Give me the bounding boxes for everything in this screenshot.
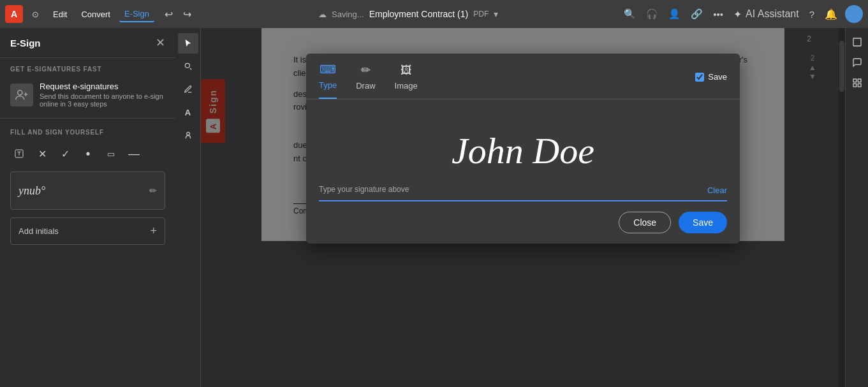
signature-box[interactable]: ynub° ✏ — [10, 172, 165, 210]
clear-btn[interactable]: Clear — [707, 186, 727, 195]
right-icon-grid[interactable] — [848, 74, 866, 92]
edit-menu[interactable]: Edit — [48, 7, 72, 22]
cloud-icon: ☁ — [318, 10, 327, 19]
cursor-tool[interactable] — [178, 33, 198, 54]
saving-status: Saving... — [332, 10, 364, 19]
signature-preview: ynub° — [18, 184, 45, 198]
modal-overlay: ⌨ Type ✏ Draw 🖼 Image Save — [201, 28, 845, 387]
convert-menu[interactable]: Convert — [76, 7, 115, 22]
svg-rect-8 — [858, 84, 861, 87]
request-text-block: Request e-signatures Send this document … — [40, 82, 165, 108]
filetype-badge: PDF — [473, 10, 489, 18]
svg-point-3 — [186, 132, 189, 135]
save-checkbox-label[interactable]: Save — [708, 72, 727, 82]
draw-icon: ✏ — [361, 63, 371, 77]
image-label: Image — [395, 81, 418, 91]
search-btn[interactable]: 🔍 — [621, 6, 638, 22]
zoom-tool[interactable] — [178, 56, 198, 77]
text-tool[interactable] — [10, 145, 28, 163]
svg-point-0 — [18, 90, 22, 94]
esign-header: E-Sign ✕ — [0, 28, 175, 58]
signature-baseline — [319, 200, 727, 201]
svg-rect-5 — [853, 79, 857, 82]
save-modal-btn[interactable]: Save — [679, 212, 727, 233]
esign-title: E-Sign — [10, 38, 41, 48]
line-tool[interactable]: — — [125, 145, 143, 163]
add-initials-icon[interactable]: + — [150, 224, 157, 238]
esign-menu[interactable]: E-Sign — [119, 6, 154, 22]
add-initials-row[interactable]: Add initials + — [10, 217, 165, 245]
request-subtitle: Send this document to anyone to e-sign o… — [40, 92, 165, 108]
edit-signature-icon[interactable]: ✏ — [149, 186, 157, 196]
request-esign-row[interactable]: Request e-signatures Send this document … — [0, 77, 175, 113]
request-title: Request e-signatures — [40, 82, 165, 91]
fill-tools-row: ✕ ✓ • ▭ — — [0, 141, 175, 166]
svg-rect-6 — [858, 79, 861, 82]
image-icon: 🖼 — [401, 64, 412, 77]
tab-type[interactable]: ⌨ Type — [319, 62, 337, 99]
ai-assistant-btn[interactable]: ✦ AI Assistant — [731, 6, 802, 23]
user-avatar[interactable] — [845, 5, 863, 23]
close-panel-btn[interactable]: ✕ — [156, 36, 165, 50]
draw-label: Draw — [356, 81, 375, 91]
text-tool-side[interactable]: A — [178, 102, 198, 122]
rect-tool[interactable]: ▭ — [102, 145, 120, 163]
close-modal-btn[interactable]: Close — [619, 212, 671, 233]
modal-tabs: ⌨ Type ✏ Draw 🖼 Image Save — [306, 54, 740, 99]
save-checkbox[interactable] — [695, 73, 704, 82]
headphones-btn[interactable]: 🎧 — [644, 6, 661, 22]
fill-sign-label: FILL AND SIGN YOURSELF — [0, 124, 175, 141]
signature-area[interactable]: John Doe Type your signature above Clear — [306, 99, 740, 201]
help-btn[interactable]: ? — [807, 6, 817, 22]
pen-tool[interactable] — [178, 79, 198, 99]
notifications-btn[interactable]: 🔔 — [822, 6, 840, 23]
type-label: Type — [319, 80, 337, 90]
helper-text: Type your signature above — [319, 185, 409, 194]
recent-btn[interactable]: ⊙ — [27, 7, 44, 22]
right-icon-1[interactable] — [848, 33, 866, 51]
doc-area: It is further acknowledged that upon ter… — [201, 28, 845, 387]
cross-tool[interactable]: ✕ — [33, 145, 51, 163]
signature-modal: ⌨ Type ✏ Draw 🖼 Image Save — [306, 54, 740, 244]
modal-actions: Close Save — [306, 201, 740, 244]
add-initials-label: Add initials — [18, 226, 59, 236]
tab-image[interactable]: 🖼 Image — [395, 64, 418, 98]
stamp-tool[interactable] — [178, 125, 198, 145]
app-logo: A — [5, 5, 23, 23]
svg-rect-4 — [853, 38, 861, 46]
account-btn[interactable]: 👤 — [666, 6, 683, 22]
divider — [0, 118, 175, 119]
more-btn[interactable]: ••• — [710, 6, 726, 22]
side-icon-bar: A — [175, 28, 201, 387]
save-checkbox-area: Save — [695, 72, 727, 89]
redo-btn[interactable]: ↪ — [179, 6, 195, 23]
toolbar: A ⊙ Edit Convert E-Sign ↩ ↪ ☁ Saving... … — [0, 0, 868, 28]
right-panel — [845, 28, 868, 387]
tab-draw[interactable]: ✏ Draw — [356, 63, 375, 98]
toolbar-center: ☁ Saving... Employment Contract (1) PDF … — [199, 9, 617, 19]
request-icon — [10, 84, 33, 106]
svg-rect-7 — [853, 84, 857, 87]
link-btn[interactable]: 🔗 — [688, 6, 705, 22]
get-esig-label: GET E-SIGNATURES FAST — [0, 58, 175, 77]
undo-btn[interactable]: ↩ — [161, 6, 177, 23]
check-tool[interactable]: ✓ — [56, 145, 74, 163]
dot-tool[interactable]: • — [79, 145, 97, 163]
ai-icon: ✦ — [733, 8, 742, 20]
left-panel: E-Sign ✕ GET E-SIGNATURES FAST Request e… — [0, 28, 175, 387]
toolbar-right: 🔍 🎧 👤 🔗 ••• ✦ AI Assistant ? 🔔 — [621, 5, 863, 23]
svg-point-2 — [185, 63, 189, 68]
right-icon-comment[interactable] — [848, 54, 866, 71]
dropdown-chevron[interactable]: ▾ — [494, 9, 498, 19]
type-icon: ⌨ — [320, 62, 336, 77]
filename: Employment Contract (1) — [369, 9, 469, 19]
main-area: E-Sign ✕ GET E-SIGNATURES FAST Request e… — [0, 28, 868, 387]
signature-text: John Doe — [452, 129, 594, 172]
